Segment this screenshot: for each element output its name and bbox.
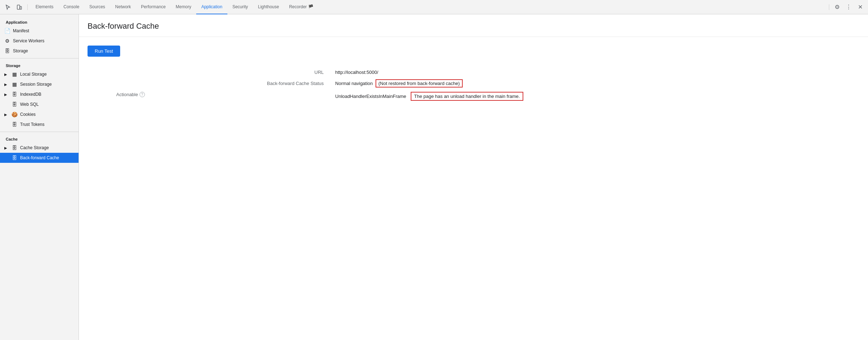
close-devtools-button[interactable]: ✕ xyxy=(855,2,865,12)
sidebar-item-storage-app[interactable]: 🗄 Storage xyxy=(0,46,79,56)
help-icon[interactable]: ? xyxy=(140,92,145,97)
content-header: Back-forward Cache xyxy=(79,14,868,37)
sidebar-item-session-storage-label: Session Storage xyxy=(20,82,52,87)
status-label: Back-forward Cache Status xyxy=(88,78,330,89)
sidebar-item-back-forward-cache-label: Back-forward Cache xyxy=(20,155,59,160)
sidebar-divider-2 xyxy=(0,132,79,132)
tab-network[interactable]: Network xyxy=(110,0,136,14)
sidebar-item-trust-tokens-label: Trust Tokens xyxy=(20,122,44,127)
sidebar-item-web-sql-label: Web SQL xyxy=(20,102,39,107)
sidebar-item-cookies-label: Cookies xyxy=(20,112,36,117)
actionable-message-box: The page has an unload handler in the ma… xyxy=(411,92,524,101)
storage-app-icon: 🗄 xyxy=(4,48,10,54)
sidebar-item-service-workers[interactable]: ⚙ Service Workers xyxy=(0,36,79,46)
sidebar-item-cookies[interactable]: ▶ 🍪 Cookies xyxy=(0,109,79,119)
sidebar-section-cache: Cache xyxy=(0,134,79,143)
session-storage-icon: ▦ xyxy=(11,81,17,87)
web-sql-icon: 🗄 xyxy=(11,101,17,107)
sidebar-item-cache-storage[interactable]: ▶ 🗄 Cache Storage xyxy=(0,143,79,153)
actionable-value: UnloadHandlerExistsInMainFrame The page … xyxy=(330,89,859,104)
actionable-label: Actionable ? xyxy=(88,89,330,104)
page-title: Back-forward Cache xyxy=(88,22,859,31)
sidebar-item-indexeddb-label: IndexedDB xyxy=(20,92,41,97)
toolbar-separator-2 xyxy=(829,4,829,10)
cache-storage-icon: 🗄 xyxy=(11,145,17,151)
settings-button[interactable]: ⚙ xyxy=(832,2,842,12)
inspect-element-button[interactable] xyxy=(3,2,13,12)
sidebar-divider-1 xyxy=(0,58,79,58)
device-toolbar-button[interactable] xyxy=(14,2,24,12)
expand-arrow-session-storage: ▶ xyxy=(4,82,9,86)
sidebar-item-local-storage[interactable]: ▶ ▦ Local Storage xyxy=(0,69,79,79)
sidebar-item-manifest-label: Manifest xyxy=(13,28,29,33)
status-row: Back-forward Cache Status Normal navigat… xyxy=(88,78,859,89)
sidebar-item-trust-tokens[interactable]: ▶ 🗄 Trust Tokens xyxy=(0,119,79,129)
sidebar-item-web-sql[interactable]: ▶ 🗄 Web SQL xyxy=(0,99,79,109)
indexeddb-icon: 🗄 xyxy=(11,91,17,97)
local-storage-icon: ▦ xyxy=(11,71,17,77)
sidebar-item-service-workers-label: Service Workers xyxy=(13,38,44,43)
svg-rect-0 xyxy=(17,5,20,9)
actionable-code-text: UnloadHandlerExistsInMainFrame xyxy=(335,94,406,99)
expand-arrow-cookies: ▶ xyxy=(4,113,9,117)
sidebar-section-application: Application xyxy=(0,17,79,26)
url-row: URL http://localhost:5000/ xyxy=(88,67,859,78)
expand-arrow-cache-storage: ▶ xyxy=(4,146,9,150)
actionable-label-text: Actionable xyxy=(116,92,138,97)
devtools-toolbar: Elements Console Sources Network Perform… xyxy=(0,0,868,14)
svg-rect-1 xyxy=(20,6,22,9)
back-forward-cache-icon: 🗄 xyxy=(11,155,17,161)
tab-lighthouse[interactable]: Lighthouse xyxy=(253,0,284,14)
sidebar-section-storage: Storage xyxy=(0,61,79,69)
tab-recorder[interactable]: Recorder 🏴 xyxy=(284,0,319,14)
toolbar-right: ⚙ ⋮ ✕ xyxy=(827,2,865,12)
sidebar-item-cache-storage-label: Cache Storage xyxy=(20,145,49,150)
tab-elements[interactable]: Elements xyxy=(30,0,58,14)
status-boxed-text: (Not restored from back-forward cache) xyxy=(376,79,463,88)
sidebar: Application 📄 Manifest ⚙ Service Workers… xyxy=(0,14,79,340)
trust-tokens-icon: 🗄 xyxy=(11,122,17,127)
sidebar-item-indexeddb[interactable]: ▶ 🗄 IndexedDB xyxy=(0,89,79,99)
actionable-row: Actionable ? UnloadHandlerExistsInMainFr… xyxy=(88,89,859,104)
more-options-button[interactable]: ⋮ xyxy=(844,2,854,12)
run-test-button[interactable]: Run Test xyxy=(88,46,120,57)
tab-application[interactable]: Application xyxy=(196,0,227,14)
status-normal-text: Normal navigation xyxy=(335,81,373,86)
cookies-icon: 🍪 xyxy=(11,112,17,117)
tab-memory[interactable]: Memory xyxy=(171,0,196,14)
url-value: http://localhost:5000/ xyxy=(330,67,859,78)
expand-arrow-indexeddb: ▶ xyxy=(4,93,9,96)
toolbar-separator-1 xyxy=(27,4,28,10)
tab-performance[interactable]: Performance xyxy=(136,0,171,14)
service-workers-icon: ⚙ xyxy=(4,38,10,44)
sidebar-item-session-storage[interactable]: ▶ ▦ Session Storage xyxy=(0,79,79,89)
info-table: URL http://localhost:5000/ Back-forward … xyxy=(88,67,859,104)
sidebar-item-local-storage-label: Local Storage xyxy=(20,72,47,77)
url-label: URL xyxy=(88,67,330,78)
main-layout: Application 📄 Manifest ⚙ Service Workers… xyxy=(0,14,868,340)
tab-sources[interactable]: Sources xyxy=(84,0,110,14)
status-value: Normal navigation (Not restored from bac… xyxy=(330,78,859,89)
manifest-icon: 📄 xyxy=(4,28,10,34)
tab-console[interactable]: Console xyxy=(58,0,84,14)
content-area: Back-forward Cache Run Test URL http://l… xyxy=(79,14,868,340)
expand-arrow-local-storage: ▶ xyxy=(4,72,9,76)
sidebar-item-storage-app-label: Storage xyxy=(13,48,28,53)
content-body: Run Test URL http://localhost:5000/ Back… xyxy=(79,37,868,112)
tab-security[interactable]: Security xyxy=(227,0,253,14)
url-text: http://localhost:5000/ xyxy=(335,70,378,75)
sidebar-item-back-forward-cache[interactable]: ▶ 🗄 Back-forward Cache xyxy=(0,153,79,163)
sidebar-item-manifest[interactable]: 📄 Manifest xyxy=(0,26,79,36)
toolbar-tabs: Elements Console Sources Network Perform… xyxy=(30,0,826,14)
